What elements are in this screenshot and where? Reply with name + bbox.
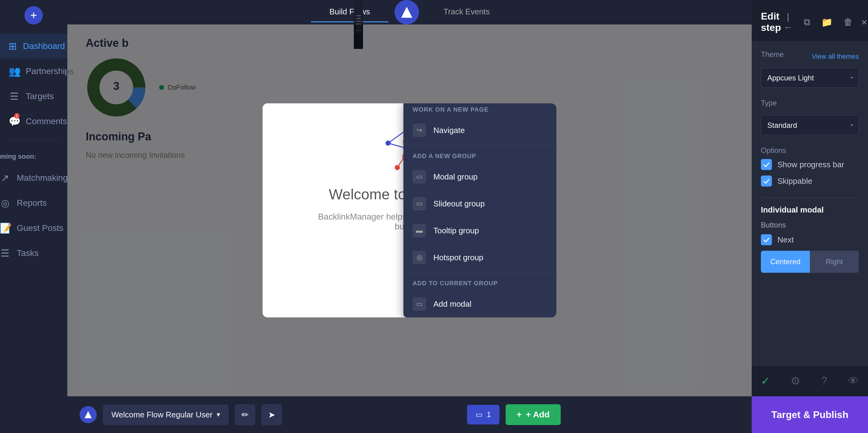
sidebar-item-dashboard[interactable]: ⊞ Dashboard [0, 34, 67, 59]
sidebar-item-targets[interactable]: ☰ Targets [0, 84, 67, 109]
status-settings-icon[interactable]: ⚙ [790, 375, 800, 388]
status-check-icon[interactable]: ✓ [761, 375, 770, 388]
dropdown-item-label: Tooltip group [433, 226, 479, 235]
options-section: Options Show progress bar Skippable [761, 146, 859, 187]
dashboard-icon: ⊞ [8, 40, 17, 52]
welcome-modal: × [262, 103, 556, 318]
theme-row: Theme View all themes [761, 50, 859, 63]
tooltip-icon: ▬ [412, 224, 426, 237]
skippable-row: Skippable [761, 175, 859, 187]
right-panel: Edit step |← ⧉ 📁 🗑 × Theme View all them… [752, 0, 868, 433]
status-help-icon[interactable]: ? [821, 375, 827, 388]
sidebar-item-comments[interactable]: 💬 Comments 1 [0, 109, 67, 134]
dropdown-section-work-header: WORK ON A NEW PAGE [403, 103, 556, 117]
flow-name-button[interactable]: Welcome Flow Regular User ▾ [103, 405, 229, 425]
individual-modal-label: Individual modal [761, 205, 859, 215]
right-panel-status-bar: ✓ ⚙ ? 👁 [752, 366, 868, 396]
dropdown-item-hotspot-group[interactable]: ◎ Hotspot group [403, 244, 556, 271]
collapse-panel-button[interactable]: |← [781, 9, 795, 35]
dropdown-item-tooltip-group[interactable]: ▬ Tooltip group [403, 217, 556, 244]
delete-step-button[interactable]: 🗑 [841, 14, 855, 30]
bottom-toolbar: Welcome Flow Regular User ▾ ✏ ➤ ▭ 1 + + … [67, 396, 752, 433]
sidebar-item-label: Tasks [17, 248, 39, 258]
status-preview-icon[interactable]: 👁 [848, 375, 859, 388]
dropdown-item-label: Slideout group [433, 199, 485, 208]
sidebar-item-label: Matchmaking [17, 173, 68, 183]
type-label: Type [761, 99, 859, 107]
copy-step-button[interactable]: ⧉ [801, 14, 813, 30]
sidebar-item-tasks[interactable]: ☰ Tasks [0, 241, 76, 266]
dropdown-item-slideout-group[interactable]: ▭ Slideout group [403, 190, 556, 217]
rp-divider-1 [761, 198, 859, 198]
sidebar-item-partnerships[interactable]: 👥 Partnerships [0, 59, 67, 84]
sidebar-item-label: Partnerships [26, 66, 74, 76]
individual-modal-section: Individual modal Buttons Next Centered R… [761, 205, 859, 273]
right-panel-body: Theme View all themes Appcues Light Appc… [752, 41, 868, 366]
sidebar-logo[interactable] [25, 6, 43, 25]
step-thumbnail[interactable]: ▭ 1 [467, 405, 499, 425]
theme-select[interactable]: Appcues Light Appcues Dark Custom [761, 68, 859, 88]
dropdown-item-modal-group[interactable]: ▭ Modal group [403, 163, 556, 190]
sidebar-item-reports[interactable]: ◎ Reports [0, 191, 76, 215]
hotspot-icon: ◎ [412, 251, 426, 264]
bottom-logo [80, 406, 97, 423]
next-button-checkbox[interactable] [761, 234, 772, 245]
svg-marker-5 [85, 411, 92, 418]
step-number: 1 [487, 410, 491, 419]
add-step-button[interactable]: + + Add [506, 404, 561, 425]
type-select[interactable]: Standard Modal Slideout [761, 115, 859, 135]
theme-section: Theme View all themes Appcues Light Appc… [761, 50, 859, 88]
tab-track-events[interactable]: Track Events [425, 2, 508, 22]
edit-flow-button[interactable]: ✏ [235, 404, 255, 425]
targets-icon: ☰ [8, 91, 20, 102]
close-right-panel-button[interactable]: × [861, 16, 867, 28]
step-icon: ▭ [476, 410, 483, 419]
dropdown-item-add-modal[interactable]: ▭ Add modal [403, 291, 556, 318]
publish-label: Target & Publish [771, 409, 848, 421]
alignment-button-group: Centered Right [761, 251, 859, 273]
share-flow-button[interactable]: ➤ [261, 404, 282, 425]
next-button-row: Next [761, 234, 859, 245]
coming-soon-label: Coming soon: [0, 153, 76, 161]
sidebar-item-guest-posts[interactable]: 📝 Guest Posts [0, 215, 76, 241]
show-progress-bar-checkbox[interactable] [761, 159, 772, 170]
reports-icon: ◎ [0, 197, 11, 209]
comments-badge: 1 [14, 113, 20, 119]
modal-overlay[interactable]: × [67, 25, 752, 396]
nav-tabs: Build Flows Track Events [311, 0, 508, 25]
buttons-sub-label: Buttons [761, 221, 859, 229]
tab-build-flows[interactable]: Build Flows [311, 2, 389, 22]
show-progress-bar-label: Show progress bar [777, 160, 844, 169]
right-panel-actions: |← ⧉ 📁 🗑 × [781, 9, 867, 35]
guest-posts-icon: 📝 [0, 222, 11, 234]
dropdown-item-navigate[interactable]: ↪ Navigate [403, 117, 556, 144]
flow-name-label: Welcome Flow Regular User [112, 410, 212, 420]
partnerships-icon: 👥 [8, 65, 20, 77]
skippable-checkbox[interactable] [761, 175, 772, 187]
dropdown-divider-2 [403, 272, 556, 272]
type-section: Type Standard Modal Slideout [761, 99, 859, 135]
sidebar-item-label: Dashboard [23, 41, 65, 51]
dropdown-item-label: Add modal [433, 299, 471, 309]
publish-bar[interactable]: Target & Publish [752, 396, 868, 433]
dropdown-item-label: Navigate [433, 126, 465, 135]
right-panel-header: Edit step |← ⧉ 📁 🗑 × [752, 0, 868, 41]
skippable-label: Skippable [777, 176, 812, 186]
plus-icon: + [517, 410, 522, 420]
sidebar-item-matchmaking[interactable]: ↗ Matchmaking [0, 165, 76, 191]
step-controls: ▭ 1 + + Add [467, 404, 561, 425]
tasks-icon: ☰ [0, 247, 11, 259]
next-button-label: Next [777, 235, 794, 245]
sidebar-item-label: Guest Posts [17, 223, 64, 233]
dropdown-item-label: Hotspot group [433, 253, 483, 262]
chevron-down-icon: ▾ [217, 411, 220, 419]
view-all-themes-link[interactable]: View all themes [812, 53, 859, 61]
dropdown-section-add-group-header: ADD A NEW GROUP [403, 146, 556, 163]
right-alignment-button[interactable]: Right [810, 251, 859, 273]
save-step-button[interactable]: 📁 [819, 14, 835, 30]
matchmaking-icon: ↗ [0, 172, 11, 184]
nav-center-logo [395, 0, 419, 25]
centered-alignment-button[interactable]: Centered [761, 251, 810, 273]
sidebar-item-label: Comments [26, 116, 67, 126]
sidebar-item-label: Targets [26, 92, 54, 101]
